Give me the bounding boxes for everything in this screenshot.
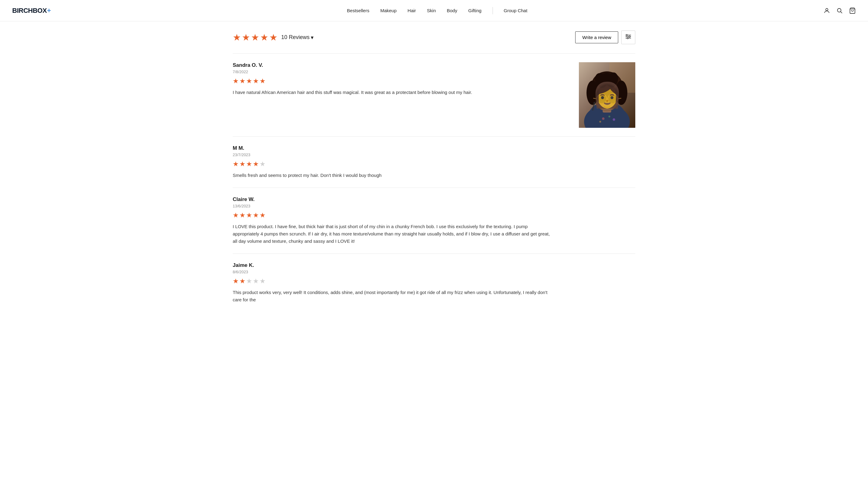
nav-item-hair[interactable]: Hair [407, 8, 416, 13]
review-content: Sandra O. V. 7/8/2022 ★ ★ ★ ★ ★ I have n… [233, 62, 553, 96]
write-review-button[interactable]: Write a review [575, 31, 618, 43]
svg-point-8 [629, 36, 630, 37]
review-image [579, 62, 635, 128]
main-content: ★ ★ ★ ★ ★ 10 Reviews ▾ Write a review [220, 21, 648, 321]
header-icons [824, 7, 856, 14]
review-star-3: ★ [246, 277, 252, 285]
svg-point-36 [613, 118, 615, 121]
review-star-5: ★ [259, 277, 266, 285]
review-date: 7/8/2022 [233, 69, 553, 74]
reviews-count-label: 10 Reviews [281, 34, 310, 40]
review-text: Smells fresh and seems to protect my hai… [233, 172, 553, 179]
summary-star-3: ★ [251, 32, 259, 43]
svg-point-19 [615, 81, 627, 105]
review-star-3: ★ [246, 77, 252, 85]
svg-line-26 [593, 98, 597, 99]
review-star-3: ★ [246, 160, 252, 168]
account-icon[interactable] [824, 7, 830, 14]
review-date: 23/7/2023 [233, 152, 553, 157]
filter-button[interactable] [621, 30, 635, 44]
summary-star-5: ★ [269, 32, 278, 43]
main-nav: Bestsellers Makeup Hair Skin Body Giftin… [347, 7, 528, 14]
reviewer-name: M M. [233, 145, 553, 151]
review-star-4: ★ [253, 211, 259, 219]
review-star-5: ★ [259, 77, 266, 85]
review-item: Jaime K. 8/6/2023 ★ ★ ★ ★ ★ This product… [233, 253, 635, 312]
logo-plus: + [47, 7, 51, 14]
review-content: Jaime K. 8/6/2023 ★ ★ ★ ★ ★ This product… [233, 262, 553, 303]
nav-item-skin[interactable]: Skin [427, 8, 436, 13]
review-star-5: ★ [259, 211, 266, 219]
svg-point-22 [601, 73, 613, 85]
svg-point-33 [602, 117, 604, 120]
review-star-2: ★ [240, 77, 246, 85]
summary-star-4: ★ [260, 32, 269, 43]
review-item: Sandra O. V. 7/8/2022 ★ ★ ★ ★ ★ I have n… [233, 53, 635, 136]
review-star-2: ★ [240, 211, 246, 219]
review-star-2: ★ [240, 160, 246, 168]
svg-point-34 [609, 116, 610, 117]
svg-rect-14 [603, 103, 611, 113]
svg-point-7 [626, 34, 627, 36]
review-text: This product works very, very well! It c… [233, 289, 553, 303]
reviewer-name: Sandra O. V. [233, 62, 553, 68]
svg-line-32 [593, 102, 595, 111]
search-icon[interactable] [836, 7, 843, 14]
review-text: I have natural African American hair and… [233, 89, 553, 96]
svg-point-9 [627, 37, 628, 39]
svg-line-31 [593, 102, 594, 111]
logo-text: BIRCHBOX [12, 7, 46, 14]
svg-point-18 [587, 81, 599, 105]
svg-point-28 [599, 96, 601, 98]
reviews-count-chevron: ▾ [311, 34, 313, 41]
review-star-1: ★ [233, 211, 239, 219]
review-stars: ★ ★ ★ ★ ★ [233, 160, 553, 168]
review-stars: ★ ★ ★ ★ ★ [233, 277, 553, 285]
svg-point-15 [594, 84, 620, 111]
nav-item-body[interactable]: Body [447, 8, 457, 13]
review-star-5: ★ [259, 160, 266, 168]
logo[interactable]: BIRCHBOX+ [12, 7, 51, 14]
reviews-summary: ★ ★ ★ ★ ★ 10 Reviews ▾ [233, 32, 313, 43]
review-content: Claire W. 13/6/2023 ★ ★ ★ ★ ★ I LOVE thi… [233, 196, 553, 245]
svg-point-23 [597, 94, 607, 104]
review-date: 8/6/2023 [233, 270, 553, 274]
svg-line-27 [618, 98, 621, 99]
review-stars: ★ ★ ★ ★ ★ [233, 211, 553, 219]
svg-point-35 [599, 121, 601, 123]
summary-stars: ★ ★ ★ ★ ★ [233, 32, 278, 43]
svg-point-30 [606, 101, 609, 104]
svg-point-29 [610, 96, 613, 98]
review-star-1: ★ [233, 160, 239, 168]
nav-item-group-chat[interactable]: Group Chat [504, 8, 528, 13]
review-star-1: ★ [233, 77, 239, 85]
svg-point-0 [826, 8, 828, 10]
svg-line-2 [841, 11, 842, 13]
review-star-3: ★ [246, 211, 252, 219]
review-star-2: ★ [240, 277, 246, 285]
cart-icon[interactable] [849, 7, 856, 14]
review-star-4: ★ [253, 160, 259, 168]
review-content: M M. 23/7/2023 ★ ★ ★ ★ ★ Smells fresh an… [233, 145, 553, 179]
review-star-4: ★ [253, 277, 259, 285]
review-star-4: ★ [253, 77, 259, 85]
svg-point-1 [837, 8, 841, 12]
svg-point-16 [595, 86, 619, 111]
summary-star-1: ★ [233, 32, 241, 43]
reviewer-name: Claire W. [233, 196, 553, 203]
site-header: BIRCHBOX+ Bestsellers Makeup Hair Skin B… [0, 0, 868, 21]
nav-item-bestsellers[interactable]: Bestsellers [347, 8, 369, 13]
reviewer-name: Jaime K. [233, 262, 553, 268]
review-text: I LOVE this product. I have fine, but th… [233, 223, 553, 245]
reviews-header: ★ ★ ★ ★ ★ 10 Reviews ▾ Write a review [233, 30, 635, 44]
reviews-actions: Write a review [575, 30, 635, 44]
review-item: Claire W. 13/6/2023 ★ ★ ★ ★ ★ I LOVE thi… [233, 188, 635, 253]
review-star-1: ★ [233, 277, 239, 285]
review-stars: ★ ★ ★ ★ ★ [233, 77, 553, 85]
nav-item-gifting[interactable]: Gifting [468, 8, 481, 13]
review-date: 13/6/2023 [233, 204, 553, 208]
svg-point-24 [608, 94, 618, 104]
nav-item-makeup[interactable]: Makeup [380, 8, 397, 13]
reviews-count[interactable]: 10 Reviews ▾ [281, 34, 313, 41]
summary-star-2: ★ [242, 32, 250, 43]
